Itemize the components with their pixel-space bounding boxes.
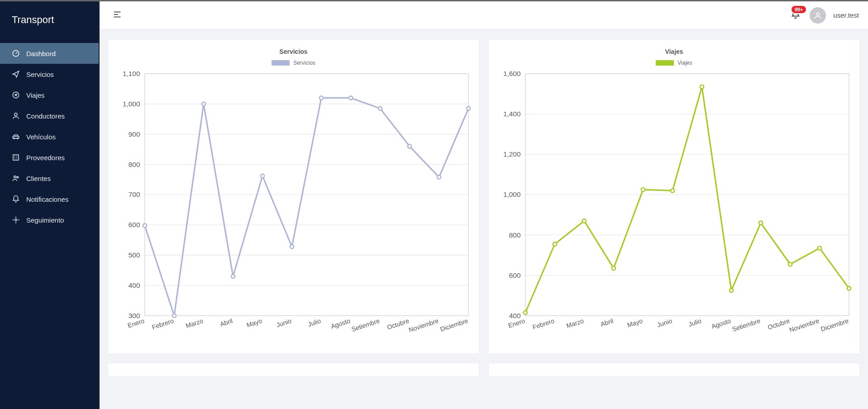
sidebar-item-label: Viajes xyxy=(26,91,45,99)
chart-card-viajes: Viajes Viajes 4006008001,0001,2001,4001,… xyxy=(488,39,860,354)
chart-title: Viajes xyxy=(493,48,855,55)
avatar[interactable] xyxy=(810,7,826,24)
svg-point-76 xyxy=(847,286,851,290)
chart-title: Servicios xyxy=(113,48,474,55)
svg-text:600: 600 xyxy=(129,221,140,228)
chart-card-servicios: Servicios Servicios 30040050060070080090… xyxy=(108,39,479,354)
bell-icon xyxy=(12,195,20,203)
legend-label: Servicios xyxy=(293,60,315,66)
svg-text:400: 400 xyxy=(129,281,140,289)
svg-text:Diciembre: Diciembre xyxy=(820,317,849,333)
sidebar-item-label: Notificaciones xyxy=(26,195,68,203)
target-icon xyxy=(12,216,20,224)
svg-text:Setiembre: Setiembre xyxy=(731,317,761,333)
topbar: 99+ user.test xyxy=(100,1,868,29)
svg-point-29 xyxy=(172,314,176,318)
svg-point-30 xyxy=(202,102,205,106)
sidebar-item-proveedores[interactable]: Proveedores xyxy=(0,147,99,168)
placeholder-card xyxy=(108,363,479,376)
car-icon xyxy=(12,133,20,141)
line-chart-viajes: 4006008001,0001,2001,4001,600EneroFebrer… xyxy=(493,68,855,348)
notifications-button[interactable]: 99+ xyxy=(789,8,802,23)
toggle-sidebar-button[interactable] xyxy=(112,10,122,21)
sidebar-item-label: Seguimiento xyxy=(26,216,64,224)
svg-text:Abril: Abril xyxy=(600,317,614,328)
svg-text:Agosto: Agosto xyxy=(711,317,732,330)
svg-text:Noviembre: Noviembre xyxy=(408,317,439,333)
svg-point-32 xyxy=(261,174,264,178)
svg-text:Diciembre: Diciembre xyxy=(439,317,469,333)
svg-text:Noviembre: Noviembre xyxy=(788,317,820,333)
gauge-icon xyxy=(12,49,20,57)
svg-point-35 xyxy=(349,96,353,100)
svg-text:Agosto: Agosto xyxy=(330,317,351,330)
svg-text:1,400: 1,400 xyxy=(503,110,521,118)
sidebar-item-vehiculos[interactable]: Vehículos xyxy=(0,126,99,147)
line-chart-servicios: 3004005006007008009001,0001,100EneroFebr… xyxy=(113,68,474,348)
chart-legend[interactable]: Viajes xyxy=(493,60,855,66)
sidebar-item-viajes[interactable]: Viajes xyxy=(0,85,99,105)
svg-text:700: 700 xyxy=(129,190,140,198)
svg-point-73 xyxy=(759,221,763,225)
svg-text:Marzo: Marzo xyxy=(185,317,204,329)
svg-text:800: 800 xyxy=(509,231,521,239)
svg-point-68 xyxy=(612,266,615,270)
sidebar-item-servicios[interactable]: Servicios xyxy=(0,64,99,85)
svg-text:Junio: Junio xyxy=(276,317,292,329)
svg-text:Marzo: Marzo xyxy=(565,317,584,329)
sidebar-item-notificaciones[interactable]: Notificaciones xyxy=(0,189,99,209)
user-icon xyxy=(12,112,20,120)
svg-point-1 xyxy=(13,92,19,98)
chart-legend[interactable]: Servicios xyxy=(113,60,474,66)
svg-point-69 xyxy=(641,188,645,191)
legend-swatch xyxy=(656,60,674,66)
compass-icon xyxy=(12,91,20,99)
svg-point-31 xyxy=(231,275,235,278)
users-icon xyxy=(12,174,20,182)
svg-point-37 xyxy=(408,144,411,148)
svg-text:Abril: Abril xyxy=(219,317,234,328)
sidebar-item-label: Conductores xyxy=(26,112,65,120)
brand-title: Transport xyxy=(0,1,99,38)
svg-text:1,000: 1,000 xyxy=(503,190,521,198)
legend-swatch xyxy=(272,60,290,66)
user-icon xyxy=(813,11,822,20)
legend-label: Viajes xyxy=(677,60,692,66)
svg-point-74 xyxy=(788,262,792,266)
placeholder-card xyxy=(488,363,860,376)
svg-text:Setiembre: Setiembre xyxy=(351,317,381,333)
svg-text:1,100: 1,100 xyxy=(123,70,140,77)
svg-text:Febrero: Febrero xyxy=(151,317,175,331)
send-icon xyxy=(12,70,20,78)
svg-point-65 xyxy=(524,311,527,314)
svg-text:Octubre: Octubre xyxy=(767,317,791,331)
sidebar-item-label: Servicios xyxy=(26,71,54,78)
svg-text:Octubre: Octubre xyxy=(386,317,410,331)
svg-point-2 xyxy=(14,113,17,116)
svg-text:1,600: 1,600 xyxy=(503,70,521,77)
sidebar-item-dashboard[interactable]: Dashbord xyxy=(0,43,99,64)
sidebar-item-conductores[interactable]: Conductores xyxy=(0,105,99,126)
svg-text:Mayo: Mayo xyxy=(626,317,644,329)
svg-text:800: 800 xyxy=(129,161,140,168)
svg-point-67 xyxy=(582,219,586,223)
sidebar-item-seguimiento[interactable]: Seguimiento xyxy=(0,209,99,230)
svg-text:1,000: 1,000 xyxy=(123,100,140,108)
svg-text:600: 600 xyxy=(509,271,521,279)
sidebar-item-label: Proveedores xyxy=(26,154,65,162)
sidebar: Transport Dashbord Servicios Viajes Cond… xyxy=(0,1,100,409)
svg-point-34 xyxy=(320,96,323,100)
content: Servicios Servicios 30040050060070080090… xyxy=(100,29,868,386)
svg-point-38 xyxy=(437,175,441,179)
sidebar-item-clientes[interactable]: Clientes xyxy=(0,168,99,189)
building-icon xyxy=(12,153,20,162)
svg-point-33 xyxy=(290,245,294,248)
svg-point-75 xyxy=(818,246,821,250)
svg-point-70 xyxy=(671,189,674,192)
svg-point-9 xyxy=(15,219,17,221)
sidebar-item-label: Vehículos xyxy=(26,133,56,141)
svg-rect-6 xyxy=(13,155,19,160)
username-label[interactable]: user.test xyxy=(833,11,859,19)
svg-point-10 xyxy=(816,13,820,16)
svg-point-8 xyxy=(17,176,19,178)
